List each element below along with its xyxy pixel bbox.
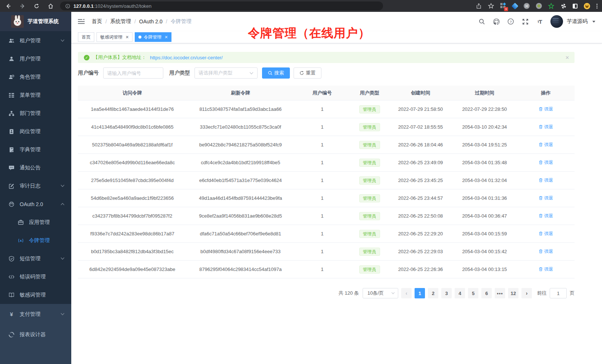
share-icon[interactable] [476, 3, 482, 9]
force-logout-button[interactable]: 强退 [539, 266, 553, 272]
url-bar[interactable]: 127.0.0.1:1024/system/oauth2/token [60, 1, 383, 10]
sidebar-item-dict[interactable]: 字典管理 [0, 140, 71, 159]
force-logout-button[interactable]: 强退 [539, 124, 553, 130]
sidebar-item-audit[interactable]: 审计日志 [0, 177, 71, 195]
sidebar-item-sms[interactable]: 短信管理 [0, 249, 71, 268]
page-button-12[interactable]: 12 [508, 288, 518, 298]
fullscreen-icon[interactable] [521, 18, 529, 25]
reset-button[interactable]: 重置 [294, 67, 321, 79]
sidebar-item-user[interactable]: 用户管理 [0, 50, 71, 68]
tab-首页[interactable]: 首页 [78, 32, 94, 42]
table-row: 41c41346a548490f9dc8b01c6bfe0865333ecfc7… [78, 118, 575, 136]
sidebar-item-dept[interactable]: 部门管理 [0, 104, 71, 122]
code-icon [9, 274, 14, 280]
site-info-icon[interactable] [65, 3, 71, 9]
refresh-token-cell: 9ce8ef2aa9f14056b831ae9b608e28d5 [187, 213, 294, 219]
sidebar-item-sensitive[interactable]: 敏感词管理 [0, 286, 71, 304]
action-cell: 强退 [517, 142, 575, 148]
bookmark-star-icon[interactable] [488, 3, 494, 9]
page-button-4[interactable]: 4 [455, 288, 465, 298]
extension-icon[interactable]: 9 [500, 3, 506, 9]
app-logo[interactable]: 芋道管理系统 [0, 12, 71, 31]
sidebar-extension-icon[interactable] [573, 4, 578, 9]
force-logout-button[interactable]: 强退 [539, 159, 553, 166]
alert-doc-link[interactable]: https://doc.iocoder.cn/user-center/ [150, 55, 223, 60]
breadcrumb-item[interactable]: 首页 [92, 18, 102, 25]
url-path: :1024/system/oauth2/token [94, 3, 151, 9]
prev-page-button[interactable]: ‹ [401, 288, 412, 298]
breadcrumb: 首页/系统管理/OAuth 2.0/令牌管理 [92, 18, 192, 25]
profile-avatar-icon[interactable] [584, 3, 590, 9]
command-extension-icon[interactable]: ⌘ [524, 3, 530, 9]
search-button[interactable]: 搜索 [262, 67, 290, 79]
hamburger-icon[interactable] [78, 18, 85, 25]
sidebar-item-post[interactable]: 岗位管理 [0, 122, 71, 140]
access-token-cell: 6d842e2924594de9a09e45e087323abe [78, 267, 187, 272]
force-logout-button[interactable]: 强退 [539, 213, 553, 219]
force-logout-button[interactable]: 强退 [539, 177, 553, 183]
dot-extension-icon[interactable] [536, 3, 542, 9]
user-type-select[interactable]: 请选择用户类型 [194, 67, 258, 79]
user-avatar[interactable] [550, 15, 563, 28]
sidebar-item-report[interactable]: 报表设计器 [0, 324, 71, 345]
rabbit-logo-icon [11, 15, 24, 28]
username[interactable]: 芋道源码 [567, 18, 588, 25]
sidebar-item-oauth[interactable]: OAuth 2.0 [0, 195, 71, 213]
force-logout-button[interactable]: 强退 [539, 231, 553, 237]
sidebar-item-oauth-app[interactable]: 应用管理 [0, 213, 71, 231]
user-id-input[interactable] [103, 67, 163, 79]
sidebar-item-notice[interactable]: 通知公告 [0, 159, 71, 177]
page-button-5[interactable]: 5 [468, 288, 478, 298]
org-chart-icon [9, 110, 14, 116]
font-size-icon[interactable]: тT [536, 18, 543, 25]
home-icon[interactable] [48, 3, 53, 9]
alert-close-icon[interactable]: ✕ [565, 55, 569, 60]
page-button-1[interactable]: 1 [415, 288, 425, 298]
breadcrumb-item[interactable]: OAuth 2.0 [139, 19, 163, 24]
breadcrumb-item[interactable]: 系统管理 [110, 18, 131, 25]
help-icon[interactable]: ? [507, 18, 514, 25]
user-menu-caret-icon[interactable] [592, 21, 595, 23]
action-cell: 强退 [517, 159, 575, 166]
github-icon[interactable] [493, 18, 500, 25]
force-logout-button[interactable]: 强退 [539, 195, 553, 201]
star-extension-icon[interactable] [548, 3, 554, 9]
tab-close-icon[interactable]: ✕ [125, 35, 129, 40]
tab-close-icon[interactable]: ✕ [164, 35, 168, 40]
jumper-suffix: 页 [570, 290, 575, 297]
chevron-down-icon [60, 257, 65, 260]
back-icon[interactable] [5, 3, 11, 9]
sidebar-item-pay[interactable]: ¥支付管理 [0, 304, 71, 324]
sidebar-item-tenant[interactable]: 租户管理 [0, 32, 71, 50]
sidebar-item-menu[interactable]: 菜单管理 [0, 86, 71, 104]
user-type-tag: 管理员 [359, 248, 380, 256]
force-logout-button[interactable]: 强退 [539, 142, 553, 148]
refresh-token-cell: 8796295f04064c2983414cc54af1097a [187, 267, 294, 272]
total-count: 共 120 条 [338, 290, 359, 297]
sidebar-item-errcode[interactable]: 错误码管理 [0, 268, 71, 286]
table-row: 275e5de9151045fe87cbdc395e004f4de6cfd40e… [78, 172, 575, 189]
browser-menu-icon[interactable] [596, 4, 598, 9]
sidebar-item-token[interactable]: A令牌管理 [0, 231, 71, 249]
sidebar-item-role[interactable]: 角色管理 [0, 68, 71, 86]
briefcase-icon [18, 219, 24, 225]
tab-令牌管理[interactable]: 令牌管理✕ [135, 32, 171, 42]
next-page-button[interactable]: › [521, 288, 532, 298]
page-jumper-input[interactable] [550, 288, 567, 298]
page-button-2[interactable]: 2 [428, 288, 438, 298]
pinwheel-extension-icon[interactable] [560, 3, 566, 9]
action-cell: 强退 [517, 266, 575, 273]
force-logout-button[interactable]: 强退 [539, 248, 553, 255]
gem-extension-icon[interactable] [511, 3, 518, 9]
force-logout-label: 强退 [544, 159, 553, 166]
search-icon[interactable] [478, 18, 485, 25]
forward-icon[interactable] [19, 3, 25, 9]
force-logout-button[interactable]: 强退 [539, 106, 553, 112]
page-button-6[interactable]: 6 [481, 288, 492, 298]
page-button-3[interactable]: 3 [441, 288, 452, 298]
more-pages-button[interactable]: ••• [495, 288, 505, 298]
page-size-select[interactable]: 10条/页 [363, 288, 398, 298]
table-row: f9336e7c7dd242a283ee98dc86b17a87dfa6c71a… [78, 225, 575, 243]
tab-敏感词管理[interactable]: 敏感词管理✕ [96, 32, 132, 42]
reload-icon[interactable] [33, 3, 39, 9]
